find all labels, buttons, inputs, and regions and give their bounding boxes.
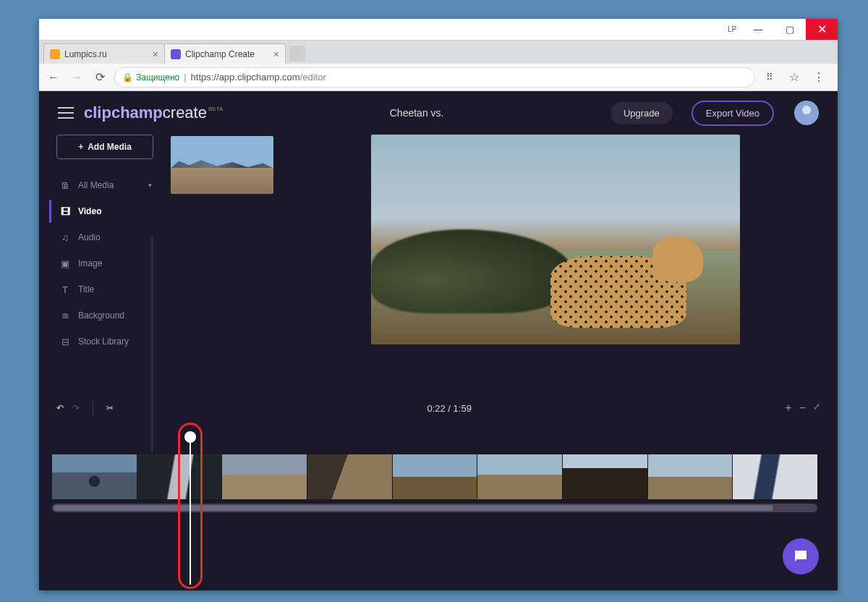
logo-brand2: create	[163, 103, 207, 122]
sidebar-item-label: Video	[78, 206, 101, 216]
sidebar-item-label: All Media	[78, 180, 114, 190]
upgrade-button[interactable]: Upgrade	[610, 102, 673, 124]
sidebar-item-image[interactable]: ▣ Image	[56, 252, 153, 275]
image-icon: ▣	[59, 258, 71, 269]
window-titlebar: LP — ▢ ✕	[39, 19, 838, 41]
tab-label: Lumpics.ru	[64, 49, 148, 59]
logo-beta: BETA	[208, 106, 223, 112]
timeline-frame[interactable]	[52, 454, 137, 499]
playhead-handle[interactable]	[184, 431, 196, 443]
translate-icon[interactable]: ⠿	[761, 69, 778, 86]
text-icon: T	[59, 284, 71, 295]
clipchamp-app: clipchampcreateBETA Cheetan vs. Upgrade …	[39, 91, 838, 590]
sidebar-item-label: Image	[78, 258, 102, 268]
browser-window: LP — ▢ ✕ Lumpics.ru × Clipchamp Create ×…	[39, 19, 838, 590]
sidebar-item-all-media[interactable]: 🗎 All Media	[56, 174, 153, 197]
timecode-display: 0:22 / 1:59	[114, 403, 785, 414]
tab-close-icon[interactable]: ×	[153, 48, 158, 60]
sidebar-item-label: Stock Library	[78, 336, 129, 347]
zoom-in-icon[interactable]: +	[785, 402, 791, 415]
browser-menu-icon[interactable]: ⋮	[810, 69, 827, 86]
media-thumbnail[interactable]	[171, 136, 273, 194]
scrollbar-thumb[interactable]	[54, 505, 773, 511]
chat-support-button[interactable]	[783, 538, 819, 575]
app-header: clipchampcreateBETA Cheetan vs. Upgrade …	[39, 91, 838, 135]
nav-forward-icon[interactable]: →	[68, 69, 85, 86]
secure-lock-icon: 🔒 Защищено	[122, 72, 179, 82]
hamburger-menu-icon[interactable]	[58, 107, 74, 119]
sidebar-item-label: Background	[78, 310, 124, 321]
user-avatar[interactable]	[794, 101, 819, 125]
timeline-frame[interactable]	[477, 454, 562, 499]
layers-icon: ≋	[59, 310, 71, 321]
sidebar-item-audio[interactable]: ♫ Audio	[56, 226, 153, 249]
timeline-frame[interactable]	[222, 454, 307, 499]
profile-badge[interactable]: LP	[722, 19, 742, 40]
timeline	[52, 423, 835, 575]
sidebar-item-background[interactable]: ≋ Background	[56, 304, 153, 327]
sidebar-item-label: Title	[78, 284, 94, 294]
timeline-track[interactable]	[52, 454, 817, 499]
tab-close-icon[interactable]: ×	[273, 48, 279, 60]
time-separator: /	[446, 403, 454, 414]
url-text: https://app.clipchamp.com/editor	[191, 72, 326, 82]
toolbar-divider	[93, 402, 93, 415]
browser-tab-clipchamp[interactable]: Clipchamp Create ×	[164, 43, 286, 64]
chat-icon	[792, 548, 809, 565]
sidebar-item-title[interactable]: T Title	[56, 278, 153, 301]
video-preview[interactable]	[371, 135, 740, 344]
timeline-scrollbar[interactable]	[52, 504, 817, 512]
sidebar-item-stock-library[interactable]: ⊟ Stock Library	[56, 330, 153, 353]
timeline-frame[interactable]	[307, 454, 392, 499]
film-icon: 🎞	[59, 205, 71, 217]
undo-icon[interactable]: ↶	[56, 403, 64, 413]
media-sidebar: + Add Media 🗎 All Media 🎞 Video ♫ Audio	[56, 135, 153, 388]
favicon-icon	[171, 49, 181, 59]
url-separator: |	[184, 72, 186, 82]
media-panel	[171, 135, 273, 388]
time-total: 1:59	[454, 403, 472, 414]
browser-tab-lumpics[interactable]: Lumpics.ru ×	[43, 43, 165, 64]
timeline-frame[interactable]	[393, 454, 477, 499]
plus-icon: +	[78, 142, 83, 152]
time-current: 0:22	[427, 403, 445, 414]
timeline-frame[interactable]	[137, 454, 222, 499]
window-maximize-button[interactable]: ▢	[774, 19, 806, 40]
sidebar-item-label: Audio	[78, 232, 101, 242]
nav-back-icon[interactable]: ←	[45, 69, 62, 86]
document-icon: 🗎	[59, 179, 71, 191]
music-note-icon: ♫	[59, 232, 71, 243]
redo-icon[interactable]: ↷	[72, 403, 80, 413]
sidebar-scrollbar[interactable]	[150, 236, 153, 453]
window-close-button[interactable]: ✕	[806, 19, 838, 40]
app-logo: clipchampcreateBETA	[84, 103, 223, 122]
project-title[interactable]: Cheetan vs.	[233, 107, 600, 119]
add-media-button[interactable]: + Add Media	[56, 135, 153, 159]
timeline-frame[interactable]	[563, 454, 647, 499]
favicon-icon	[50, 49, 60, 59]
timeline-frame[interactable]	[733, 454, 817, 499]
sidebar-item-video[interactable]: 🎞 Video	[56, 200, 153, 223]
url-input[interactable]: 🔒 Защищено | https://app.clipchamp.com/e…	[114, 67, 755, 88]
preview-area	[291, 135, 820, 388]
secure-label: Защищено	[136, 72, 179, 82]
timeline-toolbar: ↶ ↷ ✂ 0:22 / 1:59 + − ⤢	[39, 394, 838, 423]
bookmark-star-icon[interactable]: ☆	[786, 69, 803, 86]
cut-icon[interactable]: ✂	[106, 403, 114, 413]
browser-addressbar: ← → ⟳ 🔒 Защищено | https://app.clipchamp…	[39, 64, 838, 91]
playhead-line	[190, 440, 191, 585]
new-tab-button[interactable]	[289, 46, 305, 62]
logo-brand1: clipchamp	[84, 103, 163, 122]
tab-label: Clipchamp Create	[185, 49, 269, 59]
window-minimize-button[interactable]: —	[742, 19, 774, 40]
app-main: + Add Media 🗎 All Media 🎞 Video ♫ Audio	[39, 135, 838, 388]
browser-tabstrip: Lumpics.ru × Clipchamp Create ×	[39, 41, 838, 64]
add-media-label: Add Media	[88, 142, 132, 152]
stock-icon: ⊟	[59, 336, 71, 347]
timeline-frame[interactable]	[648, 454, 733, 499]
nav-reload-icon[interactable]: ⟳	[91, 69, 109, 86]
export-video-button[interactable]: Export Video	[692, 101, 774, 126]
zoom-fit-icon[interactable]: ⤢	[813, 402, 820, 415]
zoom-out-icon[interactable]: −	[799, 402, 806, 415]
